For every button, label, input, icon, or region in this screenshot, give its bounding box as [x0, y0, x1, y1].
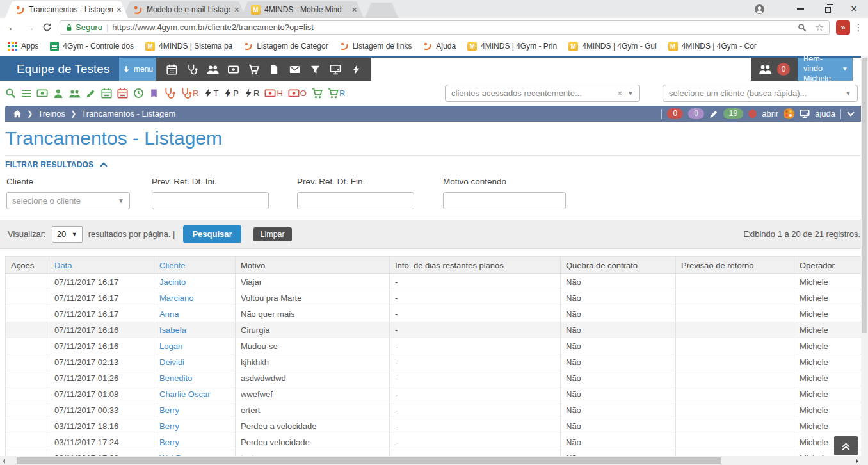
bookmark-item[interactable]: Listagem de Categor	[244, 42, 328, 51]
quick-cart-r-icon[interactable]: R	[328, 88, 345, 99]
abrir-link[interactable]: abrir	[762, 109, 778, 118]
vertical-scrollbar-thumb[interactable]	[862, 58, 867, 333]
zoom-out-icon[interactable]	[798, 23, 807, 32]
cart-icon[interactable]	[243, 64, 264, 75]
quick-bolt-r-icon[interactable]: R	[244, 88, 259, 99]
bookmark-item[interactable]: Ajuda	[423, 42, 456, 51]
document-icon[interactable]	[264, 64, 284, 75]
reload-icon[interactable]	[38, 22, 56, 32]
browser-tab[interactable]: Modelo de e-mail Listage ×	[123, 1, 246, 18]
money-icon[interactable]	[223, 64, 243, 75]
quick-bolt-t-icon[interactable]: T	[204, 88, 218, 99]
client-link[interactable]: Logan	[154, 338, 236, 354]
user-welcome-dropdown[interactable]: Bem-vindoMichele ▾	[798, 58, 853, 81]
palette-icon[interactable]	[784, 108, 794, 119]
stethoscope-icon[interactable]	[182, 64, 202, 75]
menu-button[interactable]: menu	[119, 58, 156, 81]
quick-users-icon[interactable]	[68, 88, 81, 99]
client-link[interactable]: Marciano	[154, 290, 236, 306]
client-link[interactable]: Charlie Oscar	[154, 386, 236, 402]
client-link[interactable]: Anna	[154, 306, 236, 322]
brand-title[interactable]: Equipe de Testes	[0, 58, 119, 81]
bookmark-item[interactable]: Listagem de links	[340, 42, 412, 51]
bolt-icon[interactable]	[346, 64, 366, 75]
quick-stethoscope-r-icon[interactable]: R	[181, 88, 198, 99]
chevron-down-icon[interactable]	[846, 110, 855, 118]
tab-close-icon[interactable]: ×	[234, 5, 239, 14]
envelope-icon[interactable]	[284, 64, 305, 75]
users-icon[interactable]	[759, 63, 772, 75]
quick-stethoscope-icon[interactable]	[164, 88, 175, 99]
clear-icon[interactable]: ×	[618, 88, 623, 98]
calendar-icon[interactable]	[161, 64, 182, 75]
quick-money-o-icon[interactable]: O	[288, 88, 307, 99]
forward-icon[interactable]: →	[21, 22, 38, 33]
minimize-button[interactable]	[787, 0, 813, 18]
quick-user-icon[interactable]	[53, 88, 63, 99]
green-count-badge[interactable]: 19	[723, 108, 743, 119]
recent-clients-select[interactable]: clientes acessados recentemente... × ▼	[445, 85, 640, 102]
limpar-button[interactable]: Limpar	[253, 227, 292, 241]
scroll-left-icon[interactable]	[3, 459, 5, 464]
extension-icon[interactable]: »	[836, 20, 850, 35]
header-data-sort[interactable]: Data	[49, 257, 154, 274]
bookmark-star-icon[interactable]: ☆	[816, 22, 824, 33]
quick-calendar-red-icon[interactable]	[117, 88, 128, 99]
client-link[interactable]: Benedito	[154, 370, 236, 386]
client-link[interactable]: Jacinto	[154, 274, 236, 290]
browser-tab-active[interactable]: Trancamentos - Listagem ×	[5, 1, 128, 18]
scroll-to-top-button[interactable]	[834, 436, 858, 455]
purple-count-badge[interactable]: 0	[688, 108, 704, 119]
client-link[interactable]: Berry	[154, 418, 236, 434]
quick-pencil-icon[interactable]	[86, 88, 96, 99]
pencil-icon[interactable]	[709, 110, 718, 118]
users-icon[interactable]	[202, 64, 223, 75]
horizontal-scrollbar-thumb[interactable]	[17, 457, 721, 464]
browser-tab[interactable]: M 4MINDS - Mobile Mind ×	[241, 1, 364, 18]
ajuda-link[interactable]: ajuda	[815, 109, 835, 118]
quick-calendar-icon[interactable]	[101, 88, 112, 99]
pesquisar-button[interactable]: Pesquisar	[183, 225, 241, 243]
quick-money-icon[interactable]	[36, 88, 48, 99]
client-link[interactable]: Berry	[154, 434, 236, 450]
apps-shortcut[interactable]: Apps	[8, 42, 38, 51]
monitor-icon[interactable]	[325, 64, 346, 75]
bookmark-item[interactable]: M4MINDS | 4Gym - Cor	[668, 42, 757, 51]
browser-menu-icon[interactable]: ⋮	[853, 22, 864, 33]
new-tab-button[interactable]	[365, 3, 398, 18]
back-icon[interactable]: ←	[4, 22, 21, 33]
filter-results-toggle[interactable]: FILTRAR RESULTADOS	[0, 156, 868, 169]
quick-search-icon[interactable]	[5, 88, 16, 99]
prev-ret-fin-input[interactable]	[297, 192, 414, 209]
home-icon[interactable]	[13, 110, 22, 118]
client-link[interactable]: Deividi	[154, 354, 236, 370]
quick-bolt-p-icon[interactable]: P	[223, 88, 239, 99]
page-size-select[interactable]: 20 ▼	[52, 226, 83, 243]
bookmark-item[interactable]: M4MINDS | 4Gym - Prin	[467, 42, 557, 51]
notification-badge[interactable]: 0	[777, 63, 790, 76]
bookmark-item[interactable]: 4Gym - Controle dos	[50, 42, 134, 51]
breadcrumb-item-treinos[interactable]: Treinos	[38, 109, 65, 118]
bookmark-item[interactable]: M4MINDS | 4Gym - Gui	[568, 42, 656, 51]
secure-indicator[interactable]: Seguro	[65, 22, 102, 32]
quick-cart-icon[interactable]	[312, 88, 323, 99]
prev-ret-ini-input[interactable]	[152, 192, 269, 209]
cliente-select[interactable]: selecione o cliente ▼	[6, 192, 130, 209]
scroll-right-icon[interactable]	[856, 459, 858, 464]
client-link[interactable]: Isabela	[154, 322, 236, 338]
quick-money-h-icon[interactable]: H	[264, 88, 282, 99]
header-cliente-sort[interactable]: Cliente	[154, 257, 236, 274]
quick-bookmark-icon[interactable]	[149, 88, 159, 99]
omnibox[interactable]: Seguro | https://www.4gym.com.br/cliente…	[60, 20, 830, 35]
vertical-scrollbar[interactable]	[861, 56, 868, 456]
quick-clock-icon[interactable]	[133, 88, 144, 99]
filter-icon[interactable]	[305, 64, 325, 75]
motivo-input[interactable]	[443, 192, 566, 209]
quick-client-search-select[interactable]: selecione um cliente (busca rápida)... ▼	[663, 85, 858, 102]
monitor-icon[interactable]	[800, 109, 810, 118]
bookmark-item[interactable]: M4MINDS | Sistema pa	[145, 42, 232, 51]
horizontal-scrollbar[interactable]	[0, 456, 861, 465]
quick-list-icon[interactable]	[21, 88, 31, 99]
tab-close-icon[interactable]: ×	[117, 5, 122, 14]
client-link[interactable]: Berry	[154, 402, 236, 418]
